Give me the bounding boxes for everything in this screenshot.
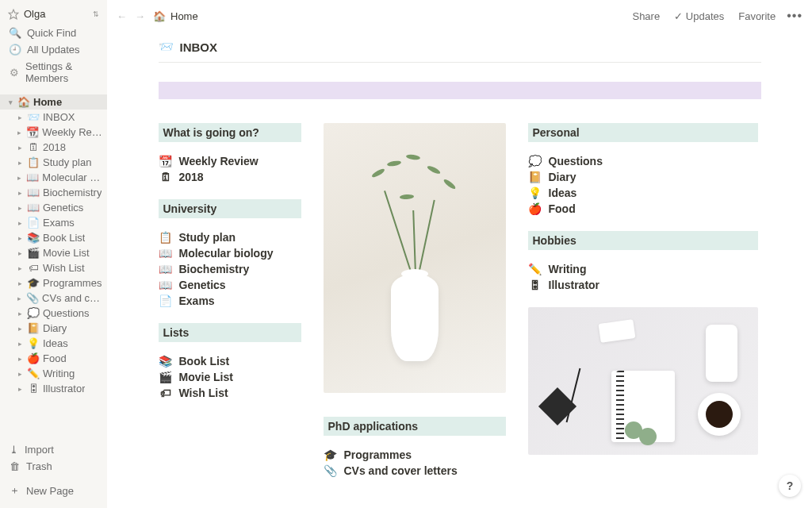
disclosure-triangle-icon[interactable]: ▸: [16, 159, 24, 167]
tree-label: Home: [33, 96, 62, 108]
tree-label: Movie List: [43, 247, 90, 259]
disclosure-triangle-icon[interactable]: ▸: [16, 174, 23, 182]
nav-forward-icon[interactable]: →: [135, 10, 145, 22]
tree-item[interactable]: ▸📖Molecular bi…: [0, 170, 107, 185]
tree-item[interactable]: ▸📆Weekly Revi…: [0, 125, 107, 140]
page-icon: 🗓: [27, 141, 40, 153]
link-cvs[interactable]: 📎CVs and cover letters: [324, 463, 506, 479]
disclosure-triangle-icon[interactable]: ▸: [16, 385, 24, 393]
apple-icon: 🍎: [528, 202, 542, 215]
link-weekly-review[interactable]: 📆Weekly Review: [159, 153, 301, 169]
disclosure-triangle-icon[interactable]: ▸: [16, 340, 24, 348]
link-ideas[interactable]: 💡Ideas: [528, 185, 758, 201]
tree-item[interactable]: ▸📋Study plan: [0, 155, 107, 170]
link-biochemistry[interactable]: 📖Biochemistry: [159, 261, 301, 277]
tree-item[interactable]: ▸🎓Programmes: [0, 275, 107, 291]
tree-item[interactable]: ▸🗓2018: [0, 140, 107, 155]
link-book-list[interactable]: 📚Book List: [159, 353, 301, 369]
all-updates[interactable]: 🕘 All Updates: [0, 41, 107, 58]
workspace-switcher[interactable]: Olga ⇅: [0, 0, 107, 23]
page-icon: 📋: [27, 156, 40, 168]
plus-icon: ＋: [10, 483, 20, 498]
help-label: ?: [787, 479, 794, 492]
pagelink-label: Programmes: [344, 448, 412, 461]
updates-button[interactable]: ✓ Updates: [671, 10, 727, 22]
disclosure-triangle-icon[interactable]: ▸: [16, 219, 24, 227]
disclosure-triangle-icon[interactable]: ▸: [16, 279, 24, 287]
link-genetics[interactable]: 📖Genetics: [159, 277, 301, 293]
tree-item[interactable]: ▸📨INBOX: [0, 110, 107, 125]
nav-back-icon[interactable]: ←: [117, 10, 127, 22]
star-icon: [8, 9, 19, 20]
tree-item[interactable]: ▸📎CVs and cov…: [0, 291, 107, 306]
disclosure-triangle-icon[interactable]: ▸: [16, 264, 24, 272]
inbox-title: INBOX: [180, 40, 218, 54]
thought-icon: 💭: [528, 155, 542, 167]
tree-item[interactable]: ▸💡Ideas: [0, 336, 107, 351]
page-content: 📨 INBOX What is going on? 📆Weekly Review…: [107, 32, 812, 508]
tree-label: Weekly Revi…: [42, 126, 104, 138]
tree-item[interactable]: ▸📖Genetics: [0, 200, 107, 215]
disclosure-triangle-icon[interactable]: ▸: [16, 114, 24, 121]
disclosure-triangle-icon[interactable]: ▸: [16, 355, 24, 363]
tree-item-home[interactable]: ▾ 🏠 Home: [0, 94, 107, 110]
disclosure-triangle-icon[interactable]: ▸: [16, 325, 24, 333]
disclosure-triangle-icon[interactable]: ▸: [16, 294, 23, 302]
disclosure-triangle-icon[interactable]: ▾: [6, 98, 14, 106]
inbox-link[interactable]: 📨 INBOX: [159, 40, 761, 63]
column-middle: PhD applications 🎓Programmes 📎CVs and co…: [324, 123, 506, 479]
breadcrumb[interactable]: 🏠 Home: [153, 10, 198, 22]
quick-find[interactable]: 🔍 Quick Find: [0, 25, 107, 41]
share-button[interactable]: Share: [629, 10, 663, 22]
import-button[interactable]: ⤓ Import: [0, 441, 107, 458]
check-icon: ✓: [674, 10, 683, 22]
link-molecular-biology[interactable]: 📖Molecular biology: [159, 245, 301, 261]
disclosure-triangle-icon[interactable]: ▸: [16, 189, 24, 197]
tree-item[interactable]: ▸🏷Wish List: [0, 260, 107, 275]
tag-icon: 🏷: [159, 387, 173, 399]
link-programmes[interactable]: 🎓Programmes: [324, 447, 506, 463]
tree-item[interactable]: ▸🎛Illustrator: [0, 381, 107, 396]
link-wish-list[interactable]: 🏷Wish List: [159, 385, 301, 401]
link-exams[interactable]: 📄Exams: [159, 293, 301, 309]
disclosure-triangle-icon[interactable]: ▸: [16, 204, 24, 212]
tree-item[interactable]: ▸✏️Writing: [0, 366, 107, 381]
trash-button[interactable]: 🗑 Trash: [0, 458, 107, 475]
tree-item[interactable]: ▸🍎Food: [0, 351, 107, 366]
link-diary[interactable]: 📔Diary: [528, 169, 758, 185]
settings-members[interactable]: ⚙ Settings & Members: [0, 58, 107, 87]
tree-item[interactable]: ▸📚Book List: [0, 230, 107, 245]
clock-icon: 🕘: [10, 44, 21, 56]
tree-item[interactable]: ▸🎬Movie List: [0, 245, 107, 260]
link-study-plan[interactable]: 📋Study plan: [159, 229, 301, 245]
disclosure-triangle-icon[interactable]: ▸: [16, 310, 24, 318]
more-icon[interactable]: •••: [787, 9, 802, 23]
link-questions[interactable]: 💭Questions: [528, 153, 758, 169]
column-left: What is going on? 📆Weekly Review 🗓2018 U…: [159, 123, 301, 479]
disclosure-triangle-icon[interactable]: ▸: [16, 144, 24, 152]
disclosure-triangle-icon[interactable]: ▸: [16, 249, 24, 257]
link-food[interactable]: 🍎Food: [528, 201, 758, 217]
tree-item[interactable]: ▸💭Questions: [0, 306, 107, 321]
disclosure-triangle-icon[interactable]: ▸: [16, 370, 24, 378]
link-illustrator[interactable]: 🎛Illustrator: [528, 277, 758, 293]
tree-item[interactable]: ▸📔Diary: [0, 321, 107, 336]
new-page-button[interactable]: ＋ New Page: [0, 481, 107, 500]
page-icon: 🍎: [27, 352, 40, 364]
favorite-button[interactable]: Favorite: [735, 10, 779, 22]
disclosure-triangle-icon[interactable]: ▸: [16, 234, 24, 242]
section-phd: PhD applications: [324, 417, 506, 436]
tree-label: CVs and cov…: [42, 292, 104, 304]
tree-item[interactable]: ▸📖Biochemistry: [0, 185, 107, 200]
updates-label: Updates: [686, 10, 724, 22]
tree-item[interactable]: ▸📄Exams: [0, 215, 107, 230]
pagelink-label: Book List: [179, 355, 230, 368]
link-writing[interactable]: ✏️Writing: [528, 261, 758, 277]
help-button[interactable]: ?: [779, 475, 801, 497]
tree-label: Molecular bi…: [42, 171, 104, 183]
pagelink-label: CVs and cover letters: [344, 464, 458, 477]
link-movie-list[interactable]: 🎬Movie List: [159, 369, 301, 385]
link-2018[interactable]: 🗓2018: [159, 169, 301, 185]
import-label: Import: [25, 444, 54, 456]
disclosure-triangle-icon[interactable]: ▸: [16, 129, 23, 137]
